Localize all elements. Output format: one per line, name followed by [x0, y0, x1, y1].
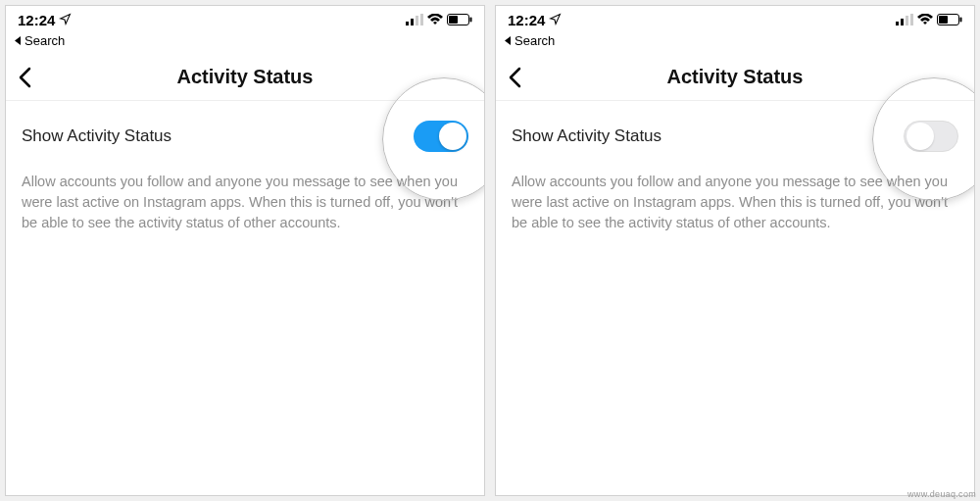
signal-icon [406, 12, 423, 28]
activity-status-label: Show Activity Status [512, 126, 662, 146]
phone-screen-left: 12:24 Search Activity Status [5, 5, 485, 496]
nav-back-button[interactable] [508, 67, 521, 88]
activity-status-description: Allow accounts you follow and anyone you… [496, 166, 974, 249]
page-title: Activity Status [496, 66, 974, 88]
svg-rect-0 [406, 22, 409, 25]
activity-status-row: Show Activity Status [6, 101, 484, 166]
chevron-left-icon [508, 67, 521, 88]
back-to-search[interactable]: Search [6, 33, 484, 54]
status-bar: 12:24 [6, 6, 484, 33]
nav-bar: Activity Status [496, 54, 974, 101]
signal-icon [896, 12, 913, 28]
toggle-knob [906, 123, 934, 150]
back-triangle-icon [14, 33, 23, 48]
activity-status-description: Allow accounts you follow and anyone you… [6, 166, 484, 249]
svg-rect-13 [939, 16, 948, 24]
phone-screen-right: 12:24 Search Activity Status [495, 5, 975, 496]
location-icon [59, 12, 72, 28]
svg-rect-6 [449, 16, 458, 24]
activity-status-toggle[interactable] [414, 121, 468, 152]
status-time: 12:24 [508, 12, 545, 28]
back-triangle-icon [504, 33, 513, 48]
svg-rect-2 [416, 16, 418, 25]
chevron-left-icon [18, 67, 31, 88]
svg-rect-8 [901, 19, 904, 25]
activity-status-toggle[interactable] [904, 121, 958, 152]
svg-rect-10 [910, 14, 913, 25]
status-bar: 12:24 [496, 6, 974, 33]
location-icon [549, 12, 562, 28]
wifi-icon [427, 12, 443, 28]
svg-rect-9 [906, 16, 908, 25]
status-time: 12:24 [18, 12, 55, 28]
back-to-search[interactable]: Search [496, 33, 974, 54]
nav-bar: Activity Status [6, 54, 484, 101]
svg-rect-1 [411, 19, 414, 25]
battery-icon [937, 12, 962, 28]
back-search-label: Search [514, 33, 555, 48]
activity-status-label: Show Activity Status [22, 126, 172, 146]
toggle-knob [439, 123, 466, 150]
nav-back-button[interactable] [18, 67, 31, 88]
svg-rect-7 [896, 22, 899, 25]
activity-status-row: Show Activity Status [496, 101, 974, 166]
battery-icon [447, 12, 472, 28]
svg-rect-12 [960, 17, 962, 22]
page-title: Activity Status [6, 66, 484, 88]
svg-rect-3 [420, 14, 423, 25]
watermark: www.deuaq.com [907, 489, 976, 499]
back-search-label: Search [24, 33, 65, 48]
svg-rect-5 [470, 17, 472, 22]
wifi-icon [917, 12, 933, 28]
